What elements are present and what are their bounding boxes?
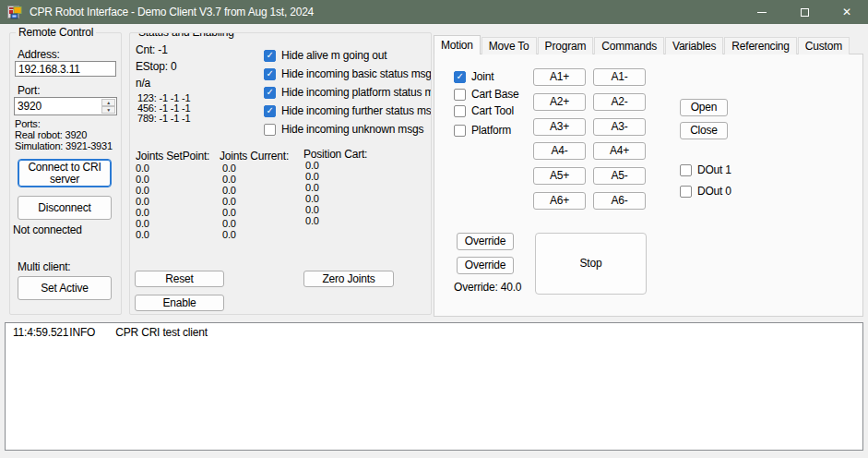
checkbox-hide-basic-status[interactable]: ✓ Hide incoming basic status msgs xyxy=(264,67,432,80)
override-value-label: Override: 40.0 xyxy=(454,281,521,294)
checkbox-icon: ✓ xyxy=(264,50,276,62)
close-gripper-button[interactable]: Close xyxy=(680,122,728,139)
maximize-icon xyxy=(801,8,809,17)
tab-motion[interactable]: Motion xyxy=(434,35,481,54)
log-list[interactable]: 11:4:59.521INFOCPR CRI test client xyxy=(5,322,863,451)
log-level: INFO xyxy=(69,326,115,339)
checkbox-icon: ✓ xyxy=(680,164,692,176)
maximize-button[interactable] xyxy=(783,0,826,24)
joints-setpoint-label: Joints SetPoint: xyxy=(136,150,209,163)
close-button[interactable]: ✕ xyxy=(826,0,868,24)
reset-button[interactable]: Reset xyxy=(135,271,224,287)
title-bar: CPR Robot Interface - Demo Client V3.7 f… xyxy=(0,0,868,24)
open-button[interactable]: Open xyxy=(680,99,728,116)
checkbox-hide-further-status[interactable]: ✓ Hide incoming further status msgs xyxy=(264,104,432,117)
address-label: Address: xyxy=(18,48,60,61)
override-up-button[interactable]: Override xyxy=(457,233,514,250)
ports-heading: Ports: xyxy=(15,118,41,129)
jog-a2-minus-button[interactable]: A2- xyxy=(593,93,646,111)
checkbox-hide-unknown-msgs[interactable]: ✓ Hide incoming unknown msgs xyxy=(264,123,423,136)
override-down-button[interactable]: Override xyxy=(457,257,514,274)
port-stepper[interactable]: 3920 ▲ ▼ xyxy=(14,97,117,115)
checkbox-cart-tool[interactable]: ✓ Cart Tool xyxy=(454,104,514,117)
jog-a4-minus-button[interactable]: A4- xyxy=(533,142,586,160)
jog-a4-plus-button[interactable]: A4+ xyxy=(593,142,646,160)
jog-a1-plus-button[interactable]: A1+ xyxy=(533,68,586,86)
checkbox-icon: ✓ xyxy=(454,71,466,83)
tab-commands[interactable]: Commands xyxy=(594,37,664,54)
estop-value: EStop: 0 xyxy=(136,60,176,73)
tab-strip: Motion Move To Program Commands Variable… xyxy=(434,35,850,54)
jog-a3-plus-button[interactable]: A3+ xyxy=(533,118,586,136)
joints-current-label: Joints Current: xyxy=(220,150,289,163)
window-title: CPR Robot Interface - Demo Client V3.7 f… xyxy=(30,6,314,18)
checkbox-dout-0[interactable]: ✓ DOut 0 xyxy=(680,185,731,198)
checkbox-joint[interactable]: ✓ Joint xyxy=(454,70,493,83)
tab-variables[interactable]: Variables xyxy=(665,37,723,54)
ports-real-robot: Real robot: 3920 xyxy=(15,129,87,140)
log-time: 11:4:59.521 xyxy=(13,326,68,339)
joints-setpoint-values: 0.00.0 0.00.0 0.00.0 0.0 xyxy=(136,163,149,240)
tab-control: Motion Move To Program Commands Variable… xyxy=(434,35,863,317)
checkbox-platform[interactable]: ✓ Platform xyxy=(454,124,511,137)
close-icon: ✕ xyxy=(842,6,851,18)
app-icon xyxy=(7,6,22,19)
checkbox-dout-1[interactable]: ✓ DOut 1 xyxy=(680,163,731,176)
remote-control-group: Remote Control Address: Port: 3920 ▲ ▼ P… xyxy=(9,32,122,315)
connection-status: Not connected xyxy=(13,223,82,236)
enable-button[interactable]: Enable xyxy=(135,295,224,311)
address-input[interactable] xyxy=(15,61,116,77)
jog-a6-minus-button[interactable]: A6- xyxy=(593,192,646,210)
checkbox-icon: ✓ xyxy=(264,68,276,80)
position-cart-label: Position Cart: xyxy=(303,148,367,161)
checkbox-hide-alive-msgs[interactable]: ✓ Hide alive m going out xyxy=(264,49,386,62)
jog-a1-minus-button[interactable]: A1- xyxy=(593,68,646,86)
jog-a5-minus-button[interactable]: A5- xyxy=(593,167,646,185)
set-active-button[interactable]: Set Active xyxy=(18,276,112,300)
jog-a6-plus-button[interactable]: A6+ xyxy=(533,192,586,210)
checkbox-icon: ✓ xyxy=(454,125,466,137)
checkbox-hide-platform-status[interactable]: ✓ Hide incoming platform status msgs xyxy=(264,86,432,99)
zero-joints-button[interactable]: Zero Joints xyxy=(303,271,394,287)
tab-custom[interactable]: Custom xyxy=(798,37,850,54)
stop-button[interactable]: Stop xyxy=(535,233,647,295)
tab-referencing[interactable]: Referencing xyxy=(724,37,797,54)
group-title: Remote Control xyxy=(16,26,96,39)
status-enabling-group: Status and Enabling Cnt: -1 EStop: 0 n/a… xyxy=(129,32,432,315)
checkbox-cart-base[interactable]: ✓ Cart Base xyxy=(454,88,519,101)
connect-button[interactable]: Connect to CRI server xyxy=(18,159,112,187)
ports-simulation: Simulation: 3921-3931 xyxy=(15,140,113,151)
port-value: 3920 xyxy=(18,100,42,113)
checkbox-icon: ✓ xyxy=(680,186,692,198)
spin-down-icon[interactable]: ▼ xyxy=(101,106,115,114)
position-cart-values: 0.00.0 0.00.0 0.00.0 xyxy=(305,160,319,226)
na-value: n/a xyxy=(136,77,150,90)
spin-up-icon[interactable]: ▲ xyxy=(101,99,115,106)
tab-move-to[interactable]: Move To xyxy=(482,37,537,54)
port-label: Port: xyxy=(18,84,40,97)
tab-program[interactable]: Program xyxy=(538,37,594,54)
checkbox-icon: ✓ xyxy=(264,124,276,136)
minimize-icon xyxy=(757,12,767,13)
disconnect-button[interactable]: Disconnect xyxy=(18,196,112,220)
app-window: CPR Robot Interface - Demo Client V3.7 f… xyxy=(0,0,868,458)
joints-current-values: 0.00.0 0.00.0 0.00.0 0.0 xyxy=(222,163,236,240)
checkbox-icon: ✓ xyxy=(454,105,466,117)
log-message: CPR CRI test client xyxy=(115,326,208,339)
checkbox-icon: ✓ xyxy=(264,87,276,99)
minimize-button[interactable] xyxy=(741,0,783,24)
checkbox-icon: ✓ xyxy=(264,105,276,117)
cnt-value: Cnt: -1 xyxy=(136,43,168,56)
triple-789: 789: -1 -1 -1 xyxy=(137,113,190,124)
checkbox-icon: ✓ xyxy=(454,89,466,101)
jog-a3-minus-button[interactable]: A3- xyxy=(593,118,646,136)
group-title: Status and Enabling xyxy=(136,32,237,39)
jog-a5-plus-button[interactable]: A5+ xyxy=(533,167,586,185)
jog-a2-plus-button[interactable]: A2+ xyxy=(533,93,586,111)
log-entry: 11:4:59.521INFOCPR CRI test client xyxy=(6,323,862,339)
multi-client-label: Multi client: xyxy=(18,260,70,273)
